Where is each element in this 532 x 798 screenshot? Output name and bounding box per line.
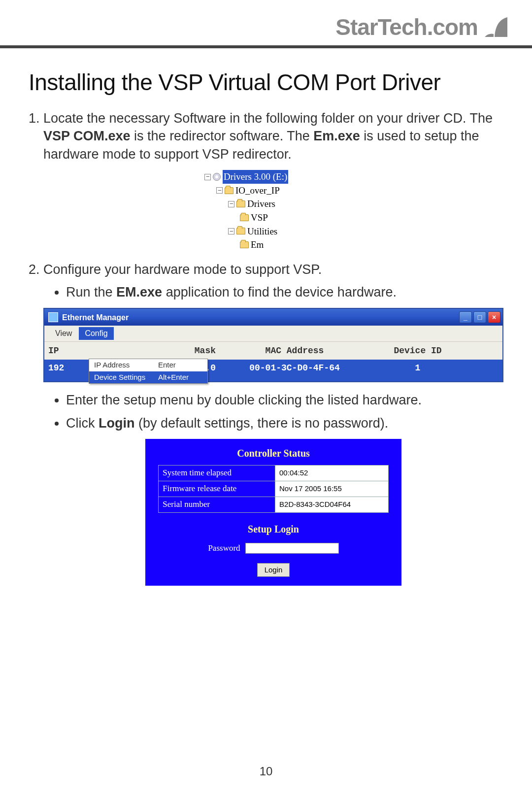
tree-label: Em <box>251 238 264 252</box>
login-button[interactable]: Login <box>257 563 290 577</box>
col-devid: Device ID <box>368 345 467 357</box>
row-label: System time elapsed <box>159 465 275 481</box>
folder-icon <box>225 187 233 194</box>
app-icon <box>48 312 58 322</box>
tree-item: − Drivers <box>228 197 342 211</box>
row-value: Nov 17 2005 16:55 <box>275 481 389 497</box>
table-row: Serial number B2D-8343-3CD04F64 <box>159 497 388 512</box>
table-row: Firmware release date Nov 17 2005 16:55 <box>159 481 388 497</box>
page-number: 10 <box>0 765 532 778</box>
controller-status-figure: Controller Status System time elapsed 00… <box>145 439 401 586</box>
folder-icon <box>236 200 245 207</box>
step1-text-pre: Locate the necessary Software in the fol… <box>43 111 493 126</box>
folder-icon <box>240 241 249 248</box>
step1-bold2: Em.exe <box>313 129 360 143</box>
close-icon[interactable]: × <box>488 311 500 323</box>
tree-label: Drivers <box>247 197 275 211</box>
row-value: B2D-8343-3CD04F64 <box>275 497 389 512</box>
b2c-bold: Login <box>99 416 134 431</box>
col-mac: MAC Address <box>221 345 368 357</box>
popup-ds-accel: Alt+Enter <box>158 372 202 382</box>
ethernet-manager-window: Ethernet Manager _ □ × View Config IP Ma <box>43 308 503 382</box>
setup-login-title: Setup Login <box>148 523 399 536</box>
status-table: System time elapsed 00:04:52 Firmware re… <box>158 465 388 513</box>
bullet-2a: Run the EM.exe application to find the d… <box>66 283 503 301</box>
popup-ip-accel: Enter <box>158 360 202 370</box>
popup-ip-label: IP Address <box>94 360 158 370</box>
b2a-bold: EM.exe <box>116 285 162 299</box>
popup-item-device-settings[interactable]: Device Settings Alt+Enter <box>89 371 207 383</box>
em-titlebar: Ethernet Manager _ □ × <box>44 309 502 326</box>
tree-label: VSP <box>251 211 268 225</box>
config-popup-menu: IP Address Enter Device Settings Alt+Ent… <box>89 359 208 384</box>
popup-ds-label: Device Settings <box>94 372 158 382</box>
bullet-2b: Enter the setup menu by double clicking … <box>66 391 503 409</box>
collapse-icon: − <box>228 228 234 234</box>
em-body: IP Mask MAC Address Device ID IP Address… <box>44 342 502 381</box>
bullet-2c: Click Login (by default settings, there … <box>66 414 503 432</box>
row-value: 00:04:52 <box>275 465 389 481</box>
tree-item: VSP <box>240 211 342 225</box>
step-1: Locate the necessary Software in the fol… <box>43 109 503 252</box>
em-list-header: IP Mask MAC Address Device ID <box>44 342 502 360</box>
row-label: Serial number <box>159 497 275 512</box>
explorer-tree-figure: − Drivers 3.00 (E:) − IO_over_IP − Drive… <box>204 170 342 251</box>
col-ip: IP <box>48 345 112 357</box>
menu-config[interactable]: Config <box>79 327 113 340</box>
tree-root-row: − Drivers 3.00 (E:) <box>204 170 342 184</box>
b2c-pre: Click <box>66 416 99 431</box>
password-input[interactable] <box>245 543 339 554</box>
b2c-post: (by default settings, there is no passwo… <box>134 416 388 431</box>
cd-icon <box>213 173 221 181</box>
b2a-pre: Run the <box>66 285 116 299</box>
b2a-post: application to find the device hardware. <box>162 285 397 299</box>
folder-icon <box>240 214 249 221</box>
maximize-icon[interactable]: □ <box>473 311 486 323</box>
password-row: Password <box>148 543 399 554</box>
row-label: Firmware release date <box>159 481 275 497</box>
tree-item: − Utilities <box>228 225 342 238</box>
menu-view[interactable]: View <box>49 327 78 340</box>
step1-mid1: is the redirector software. The <box>131 129 314 143</box>
popup-item-ip[interactable]: IP Address Enter <box>89 359 207 371</box>
tree-label: IO_over_IP <box>235 184 280 198</box>
collapse-icon: − <box>216 187 223 194</box>
tree-label: Utilities <box>247 225 277 238</box>
step1-bold1: VSP COM.exe <box>43 129 131 143</box>
collapse-icon: − <box>204 174 211 180</box>
page-title: Installing the VSP Virtual COM Port Driv… <box>29 69 503 96</box>
minimize-icon[interactable]: _ <box>459 311 472 323</box>
tree-root-label: Drivers 3.00 (E:) <box>223 170 288 184</box>
col-mask: Mask <box>112 345 221 357</box>
em-title-text: Ethernet Manager <box>62 312 129 323</box>
controller-status-title: Controller Status <box>148 447 399 460</box>
brand-logo-icon <box>483 14 508 40</box>
step-2: Configure your hardware mode to support … <box>43 261 503 586</box>
password-label: Password <box>208 543 240 554</box>
em-menubar: View Config <box>44 326 502 342</box>
cell-devid: 1 <box>368 362 467 374</box>
step2-text: Configure your hardware mode to support … <box>43 262 322 277</box>
cell-mac: 00-01-3C-D0-4F-64 <box>221 362 368 374</box>
brand-text: StarTech.com <box>335 14 478 40</box>
folder-icon <box>236 228 245 234</box>
collapse-icon: − <box>228 201 234 207</box>
window-buttons: _ □ × <box>459 311 500 323</box>
tree-item: Em <box>240 238 342 252</box>
table-row: System time elapsed 00:04:52 <box>159 465 388 481</box>
page-header: StarTech.com <box>0 0 532 48</box>
page-content: Installing the VSP Virtual COM Port Driv… <box>0 48 532 586</box>
tree-item: − IO_over_IP <box>216 184 342 198</box>
